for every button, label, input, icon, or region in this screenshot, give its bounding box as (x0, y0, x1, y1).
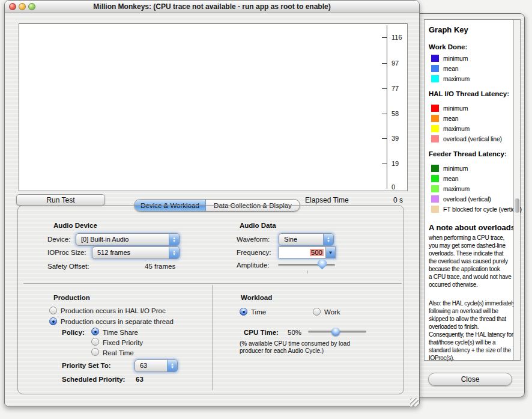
y-axis-label: 77 (391, 85, 410, 92)
popup-arrows-icon: ▲▼ (169, 247, 179, 258)
work-done-maximum-swatch (431, 75, 439, 82)
legend-item: overload (vertical) (431, 195, 491, 203)
work-done-mean-swatch (431, 65, 439, 72)
hal-maximum-swatch (431, 125, 439, 132)
audio-data-header: Audio Data (240, 222, 276, 229)
hal-minimum-swatch (431, 105, 439, 112)
amplitude-label: Amplitude: (237, 261, 269, 269)
frequency-label: Frequency: (237, 249, 271, 256)
y-axis-line (387, 25, 387, 189)
y-axis-label: 39 (391, 135, 410, 142)
cpu-time-label: CPU Time: (244, 329, 279, 336)
policy-real-time-radio[interactable] (91, 348, 99, 356)
legend-item: minimum (431, 54, 468, 63)
workload-header: Workload (241, 294, 272, 301)
work-done-minimum-swatch (431, 55, 439, 62)
hal-overload-swatch (431, 135, 439, 142)
workload-work-radio[interactable] (313, 308, 321, 316)
y-axis-tick (382, 88, 387, 89)
hal-latency-header: HAL I/O Thread Latency: (429, 90, 509, 97)
priority-set-to-label: Priority Set To: (62, 362, 111, 369)
legend-item: maximum (431, 185, 470, 193)
waveform-label: Waveform: (237, 236, 270, 243)
workload-work-label: Work (324, 308, 340, 316)
production-hal-label: Production occurs in HAL I/O Proc (61, 307, 166, 314)
production-thread-label: Production occurs in separate thread (61, 318, 174, 325)
production-header: Production (53, 294, 90, 301)
graph-plot-area: 116 97 77 58 39 19 0 (19, 23, 408, 191)
work-done-header: Work Done: (429, 43, 467, 50)
legend-item: minimum (431, 104, 468, 112)
run-test-button[interactable]: Run Test (16, 194, 105, 206)
ioproc-size-label: IOProc Size: (47, 249, 86, 256)
policy-time-share-label: Time Share (103, 329, 138, 336)
cpu-time-value: 50% (288, 329, 301, 336)
policy-fixed-priority-radio[interactable] (91, 338, 99, 346)
overloads-note-title: A note about overloads: (429, 223, 518, 232)
feeder-mean-swatch (431, 175, 439, 182)
legend-item: mean (431, 64, 458, 73)
vertical-divider (212, 285, 213, 390)
legend-item: mean (431, 174, 458, 183)
scheduled-priority-label: Scheduled Priority: (62, 376, 125, 383)
elapsed-time-label: Elapsed Time (305, 196, 349, 204)
main-window: Million Monkeys: (CPU trace not availabl… (4, 0, 420, 406)
workload-time-label: Time (251, 308, 266, 316)
legend-item: FT blocked for cycle (vertical) (431, 205, 522, 213)
elapsed-time-value: 0 s (377, 196, 403, 204)
scheduled-priority-value: 63 (136, 376, 144, 383)
key-scrollbar[interactable] (513, 20, 520, 360)
frequency-value: 500 (310, 249, 324, 256)
graph-key-panel: Graph Key Work Done: minimum mean maximu… (424, 19, 521, 361)
waveform-popup[interactable]: Sine ▲▼ (279, 233, 334, 246)
y-axis-tick (382, 164, 387, 164)
y-axis-tick (382, 138, 387, 139)
workload-time-radio[interactable] (240, 308, 247, 316)
legend-item: maximum (431, 124, 470, 133)
production-hal-radio[interactable] (49, 307, 57, 314)
legend-item: mean (431, 114, 458, 123)
key-scrollbar-thumb[interactable] (515, 198, 519, 213)
feeder-overload-swatch (431, 195, 439, 203)
overloads-note-paragraph-1: when performing a CPU trace, you may get… (429, 234, 511, 289)
ioproc-size-popup[interactable]: 512 frames ▲▼ (92, 246, 180, 259)
feeder-latency-header: Feeder Thread Latency: (429, 150, 507, 158)
overloads-note-paragraph-2: Also: the HAL cycle(s) immediately follo… (429, 299, 515, 362)
amplitude-slider-tick (307, 271, 307, 274)
device-label: Device: (47, 236, 70, 243)
frequency-combobox[interactable]: 500 ▼ (279, 246, 336, 258)
policy-time-share-radio[interactable] (91, 328, 99, 335)
audio-device-header: Audio Device (53, 222, 97, 229)
popup-arrows-icon: ▲▼ (323, 234, 333, 245)
graph-key-title: Graph Key (429, 25, 468, 34)
ft-blocked-swatch (431, 206, 439, 213)
titlebar[interactable]: Million Monkeys: (CPU trace not availabl… (5, 1, 419, 13)
cpu-time-caption: (% available CPU time consumed by load p… (240, 340, 350, 355)
policy-label: Policy: (62, 329, 85, 336)
device-popup[interactable]: [0] Built-in Audio ▲▼ (76, 233, 180, 246)
production-thread-radio[interactable] (49, 317, 57, 325)
y-axis-label: 97 (391, 60, 410, 67)
legend-item: overload (vertical line) (431, 135, 502, 143)
y-axis-tick (382, 114, 387, 114)
close-button[interactable]: Close (428, 373, 512, 386)
window-title: Million Monkeys: (CPU trace not availabl… (5, 1, 419, 13)
feeder-maximum-swatch (431, 185, 439, 192)
y-axis-label: 116 (391, 34, 410, 41)
graph-key-drawer: Graph Key Work Done: minimum mean maximu… (419, 13, 525, 397)
popup-arrows-icon: ▲▼ (169, 234, 179, 245)
y-axis-tick (382, 37, 387, 38)
combo-dropdown-icon[interactable]: ▼ (325, 247, 335, 258)
y-axis-label: 58 (391, 110, 410, 117)
cpu-time-slider-thumb[interactable] (331, 328, 340, 336)
priority-popup[interactable]: 63 ▲▼ (135, 359, 178, 372)
policy-real-time-label: Real Time (103, 349, 134, 356)
legend-item: maximum (431, 75, 470, 83)
policy-fixed-priority-label: Fixed Priority (103, 339, 143, 346)
safety-offset-value: 45 frames (145, 263, 175, 270)
safety-offset-label: Safety Offset: (47, 263, 89, 270)
popup-arrows-icon: ▲▼ (167, 360, 177, 372)
y-axis-label: 0 (391, 183, 410, 191)
resize-grip[interactable] (410, 398, 419, 406)
y-axis-label: 19 (391, 160, 410, 167)
